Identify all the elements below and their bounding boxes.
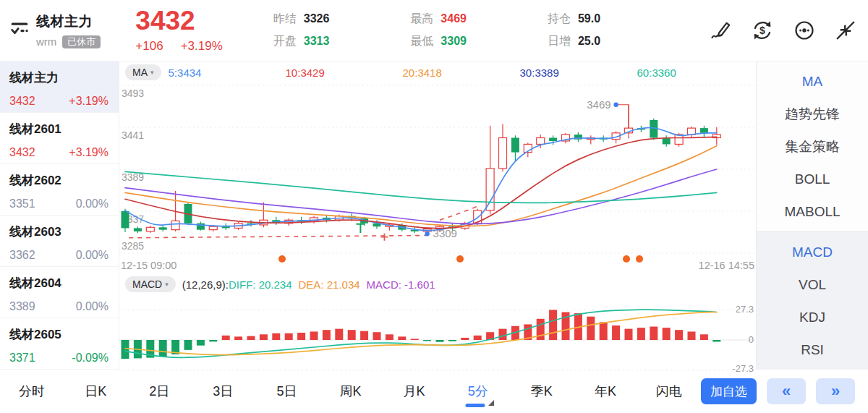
last-price: 3432 [135,7,222,34]
contract-percent: 0.00% [76,197,109,210]
contract-name: 线材主力 [9,69,109,86]
quote-stat: 开盘 3313 [273,34,330,49]
period-tab-label: 闪电 [656,383,682,400]
macd-indicator-button[interactable]: MACD▾ [125,276,176,292]
indicator-option[interactable]: MACD [757,236,868,268]
contract-name: 线材2601 [9,121,109,137]
last-price-block: 3432 +106 +3.19% [135,7,222,54]
stat-value: 3309 [441,35,467,48]
ma-value: DIFF: 20.234 [229,278,292,291]
contract-percent: +3.19% [69,95,109,108]
macd-values: DIFF: 20.234DEA: 21.034MACD: -1.601 [229,278,435,291]
period-tab-label: 3日 [213,383,233,400]
indicator-option[interactable]: MABOLL [757,195,868,228]
contract-price: 3432 [9,146,35,159]
period-tab[interactable]: 2日 [127,370,191,413]
stat-label: 持仓 [548,12,571,27]
period-tab[interactable]: 周K [318,370,382,413]
period-tab[interactable]: 5日 [255,370,318,413]
contract-price: 3389 [9,300,35,313]
indicator-option[interactable]: 趋势先锋 [757,98,868,130]
draw-tool-icon[interactable] [709,19,732,42]
ma-value: 60:3360 [637,67,754,79]
trading-app: 线材主力 wrm 已休市 3432 +106 +3.19% 昨结 3326 开盘… [0,0,868,413]
main-area: 线材主力 3432 +3.19% 线材2601 3432 +3.19% 线材26… [0,61,868,370]
svg-text:12-15 09:00: 12-15 09:00 [121,260,176,271]
svg-text:3469: 3469 [587,98,610,111]
period-tab[interactable]: 季K [510,370,574,413]
svg-text:-27.3: -27.3 [732,363,754,373]
macd-params: (12,26,9): [182,278,229,291]
change-percent: +3.19% [181,39,223,54]
watchlist-item[interactable]: 线材2605 3371 -0.09% [0,318,119,370]
watchlist-item[interactable]: 线材2602 3351 0.00% [0,164,119,216]
macd-chart[interactable]: 27.30-27.3 [119,295,756,373]
market-status-badge: 已休市 [62,35,101,48]
main-indicator-group: MA趋势先锋集金策略BOLLMABOLL [757,61,868,231]
period-tab-label: 年K [595,383,616,400]
quote-stat: 昨结 3326 [273,12,330,27]
period-tab[interactable]: 5分 [446,370,510,413]
indicator-option[interactable]: RSI [757,333,868,366]
price-chart[interactable]: 349334413389333732853469330912-15 09:001… [119,83,756,273]
sub-indicator-group: MACDVOLKDJRSI [757,231,868,370]
caret-down-icon: ▾ [150,69,154,76]
contract-price: 3362 [9,249,35,262]
ma-value: 5:3434 [169,67,286,79]
instrument-code: wrm [36,35,56,48]
quote-stat: 最高 3469 [410,12,467,27]
svg-text:27.3: 27.3 [736,304,754,315]
period-tab-label: 周K [340,383,362,400]
change-value: +106 [135,39,163,54]
period-tab-label: 季K [531,383,553,400]
period-tab-label: 月K [404,383,425,400]
contract-name: 线材2605 [9,326,109,343]
indicator-option[interactable]: KDJ [757,301,868,333]
contract-percent: -0.09% [72,352,109,365]
watchlist-item[interactable]: 线材2604 3389 0.00% [0,267,119,318]
period-tab[interactable]: 闪电 [637,370,701,413]
period-tab-label: 日K [85,383,106,400]
stat-label: 日增 [548,34,571,49]
watchlist-item[interactable]: 线材2603 3362 0.00% [0,216,119,267]
currency-refresh-icon[interactable]: $ [751,19,774,42]
period-tab[interactable]: 3日 [191,370,255,413]
period-tab[interactable]: 日K [64,370,127,413]
ma-value: 30:3389 [520,67,637,79]
period-tab[interactable]: 分时 [0,370,64,413]
market-list-icon[interactable] [9,18,30,43]
ma-value: DEA: 21.034 [299,278,360,291]
chart-column: MA▾ 5:343410:342920:341830:338960:3360 3… [119,61,756,370]
period-tabs: 分时 日K 2日 3日 5日 周K 月K 5分 季K 年K [0,370,701,413]
indicator-option[interactable]: MA [757,65,868,98]
page-title: 线材主力 [36,12,101,31]
next-page-button[interactable]: » [816,378,855,404]
svg-text:3285: 3285 [122,240,144,252]
watchlist-item[interactable]: 线材主力 3432 +3.19% [0,61,119,113]
add-watchlist-button[interactable]: 加自选 [701,378,757,404]
minute-dropdown-icon [488,400,494,406]
indicator-option[interactable]: VOL [757,268,868,301]
svg-text:3493: 3493 [122,88,144,99]
contract-percent: 0.00% [76,300,109,313]
ma-value: 20:3418 [403,67,520,79]
svg-text:0: 0 [749,334,754,345]
contract-price: 3351 [9,197,35,210]
prev-page-button[interactable]: « [767,378,806,404]
caret-down-icon: ▾ [165,281,169,288]
period-tab-label: 分时 [19,383,45,400]
period-tab[interactable]: 年K [574,370,637,413]
period-bar: 分时 日K 2日 3日 5日 周K 月K 5分 季K 年K [0,370,868,413]
period-tab[interactable]: 月K [383,370,446,413]
ma-indicator-button[interactable]: MA▾ [125,64,161,80]
watchlist-item[interactable]: 线材2601 3432 +3.19% [0,113,119,164]
stat-label: 最低 [410,34,433,49]
more-options-icon[interactable] [793,19,816,42]
indicator-option[interactable]: 集金策略 [757,130,868,163]
stat-value: 3313 [304,35,330,48]
collapse-icon[interactable] [835,20,856,41]
price-change: +106 +3.19% [135,39,222,54]
indicator-option[interactable]: BOLL [757,163,868,195]
instrument-title-block: 线材主力 wrm 已休市 [36,12,101,48]
period-tab-label: 5分 [468,383,488,400]
